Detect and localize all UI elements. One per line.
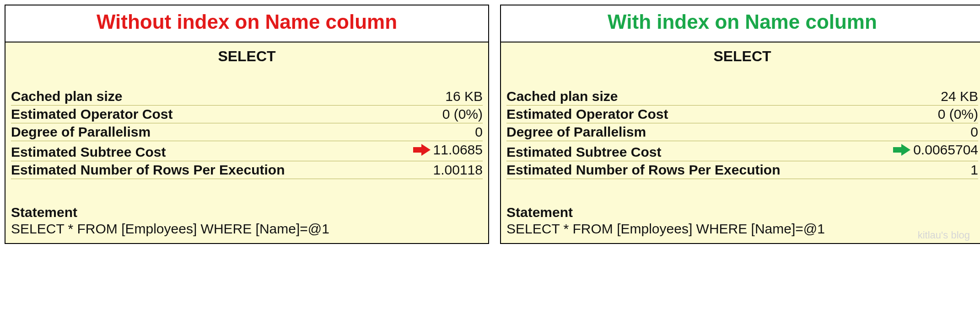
- stat-value: 0: [475, 124, 483, 140]
- stat-row: Degree of Parallelism 0: [11, 123, 483, 141]
- stat-row: Estimated Number of Rows Per Execution 1…: [11, 161, 483, 179]
- stat-value-text: 11.0685: [433, 142, 483, 158]
- statement-label: Statement: [506, 205, 978, 220]
- stat-label: Estimated Number of Rows Per Execution: [11, 162, 285, 178]
- stat-label: Cached plan size: [11, 89, 122, 104]
- operator-name-right: SELECT: [506, 48, 978, 65]
- stat-label: Estimated Subtree Cost: [506, 144, 661, 160]
- panel-with-index: With index on Name column SELECT Cached …: [500, 5, 980, 244]
- stat-row-highlight: Estimated Subtree Cost 11.0685: [11, 141, 483, 161]
- stat-label: Degree of Parallelism: [506, 124, 646, 140]
- stat-value: 16 KB: [445, 89, 483, 104]
- stat-row: Estimated Number of Rows Per Execution 1: [506, 161, 978, 179]
- statement-label: Statement: [11, 205, 483, 220]
- panel-body-left: SELECT Cached plan size 16 KB Estimated …: [5, 42, 488, 243]
- statement-block: Statement SELECT * FROM [Employees] WHER…: [11, 205, 483, 237]
- stat-row: Cached plan size 16 KB: [11, 88, 483, 106]
- stat-row-highlight: Estimated Subtree Cost 0.0065704: [506, 141, 978, 161]
- stat-row: Degree of Parallelism 0: [506, 123, 978, 141]
- stat-row: Estimated Operator Cost 0 (0%): [11, 106, 483, 123]
- stat-label: Estimated Operator Cost: [506, 106, 668, 122]
- panel-title-right: With index on Name column: [501, 5, 980, 42]
- stat-row: Cached plan size 24 KB: [506, 88, 978, 106]
- stat-value: 1.00118: [433, 162, 483, 178]
- panel-title-left: Without index on Name column: [5, 5, 488, 42]
- stat-value: 1: [970, 162, 978, 178]
- arrow-right-icon: [413, 143, 431, 157]
- arrow-right-icon: [893, 143, 910, 157]
- stat-value: 24 KB: [941, 89, 978, 104]
- comparison-container: Without index on Name column SELECT Cach…: [5, 5, 980, 244]
- statement-text: SELECT * FROM [Employees] WHERE [Name]=@…: [506, 221, 978, 237]
- stat-value: 0: [970, 124, 978, 140]
- stat-value: 0 (0%): [938, 106, 978, 122]
- stat-label: Estimated Subtree Cost: [11, 144, 166, 160]
- stat-label: Degree of Parallelism: [11, 124, 151, 140]
- stat-value: 0 (0%): [442, 106, 483, 122]
- statement-text: SELECT * FROM [Employees] WHERE [Name]=@…: [11, 221, 483, 237]
- stat-value-text: 0.0065704: [913, 142, 978, 158]
- stat-value: 0.0065704: [893, 142, 978, 158]
- stat-label: Cached plan size: [506, 89, 618, 104]
- stat-row: Estimated Operator Cost 0 (0%): [506, 106, 978, 123]
- operator-name-left: SELECT: [11, 48, 483, 65]
- statement-block: Statement SELECT * FROM [Employees] WHER…: [506, 205, 978, 237]
- stat-value: 11.0685: [413, 142, 483, 158]
- stat-label: Estimated Operator Cost: [11, 106, 172, 122]
- panel-body-right: SELECT Cached plan size 24 KB Estimated …: [501, 42, 980, 243]
- stat-label: Estimated Number of Rows Per Execution: [506, 162, 780, 178]
- panel-without-index: Without index on Name column SELECT Cach…: [5, 5, 489, 244]
